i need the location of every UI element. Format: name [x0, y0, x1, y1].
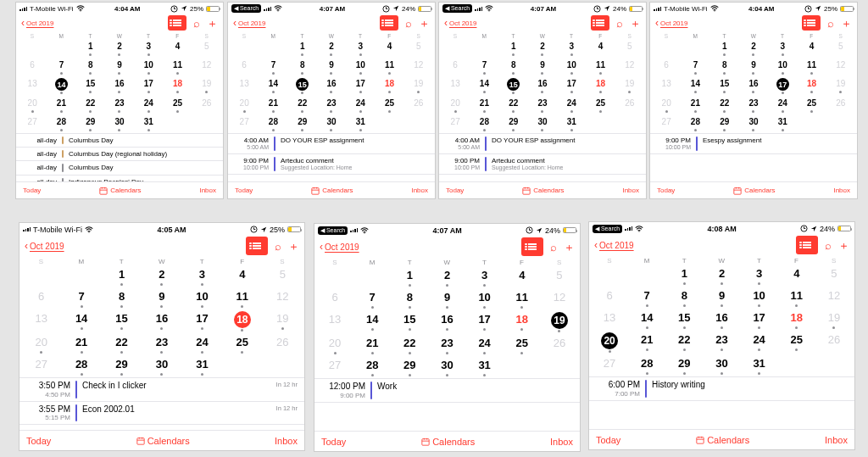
day-number[interactable]: 28 — [57, 116, 66, 128]
day-number[interactable]: 6 — [453, 59, 458, 71]
day-number[interactable]: 10 — [778, 59, 787, 71]
day-number[interactable]: 10 — [196, 289, 208, 304]
day-number[interactable]: 14 — [269, 78, 278, 90]
day-number[interactable]: 4 — [810, 41, 815, 53]
day-number[interactable]: 22 — [298, 98, 307, 109]
day-number[interactable]: 7 — [644, 288, 650, 304]
day-number[interactable]: 16 — [114, 78, 124, 90]
day-number[interactable]: 20 — [662, 98, 671, 109]
day-cell[interactable]: 20 — [18, 98, 47, 113]
day-cell[interactable]: 18 — [163, 78, 192, 94]
day-cell[interactable]: 24 — [557, 98, 586, 113]
day-number[interactable]: 15 — [720, 78, 729, 90]
day-cell[interactable]: 25 — [375, 98, 403, 113]
day-cell[interactable]: 24 — [466, 336, 504, 354]
day-cell[interactable]: 9 — [739, 59, 768, 75]
day-cell[interactable]: 3 — [768, 41, 797, 56]
day-cell[interactable]: 31 — [557, 116, 586, 131]
add-event-button[interactable]: ＋ — [630, 18, 641, 29]
day-cell[interactable]: 6 — [21, 289, 61, 308]
day-cell[interactable]: 10 — [346, 59, 375, 75]
day-cell[interactable]: 16 — [428, 312, 465, 332]
day-cell[interactable]: 3 — [466, 268, 504, 287]
day-cell[interactable]: 3 — [557, 41, 586, 56]
day-number[interactable]: 22 — [720, 98, 729, 109]
day-number[interactable]: 28 — [75, 357, 87, 372]
day-cell[interactable]: 12 — [815, 288, 853, 307]
day-cell[interactable]: 27 — [591, 356, 628, 375]
back-button[interactable]: ‹Oct 2019 — [594, 240, 634, 250]
day-number[interactable]: 31 — [144, 116, 153, 128]
day-cell[interactable]: 21 — [47, 98, 75, 113]
day-number[interactable]: 5 — [416, 41, 421, 53]
day-cell[interactable]: 28 — [259, 116, 287, 131]
day-number[interactable]: 18 — [807, 78, 816, 90]
day-number[interactable]: 8 — [682, 288, 687, 304]
day-number[interactable]: 28 — [269, 116, 278, 128]
day-cell[interactable]: 29 — [102, 357, 142, 376]
day-number[interactable]: 11 — [236, 289, 248, 304]
day-cell[interactable]: 21 — [681, 98, 709, 113]
day-cell[interactable]: 17 — [346, 78, 375, 94]
day-cell[interactable]: 7 — [61, 289, 101, 308]
day-number[interactable]: 2 — [117, 41, 122, 53]
day-cell[interactable]: 22 — [391, 336, 428, 354]
view-toggle-button[interactable] — [380, 15, 398, 31]
day-cell[interactable]: 30 — [105, 116, 134, 131]
day-cell[interactable]: 17 — [134, 78, 163, 94]
day-cell[interactable]: 1 — [391, 268, 428, 287]
calendars-button[interactable]: Calendars — [696, 435, 749, 445]
day-cell[interactable]: 21 — [628, 332, 665, 353]
day-cell[interactable]: 31 — [134, 116, 163, 131]
day-number[interactable]: 14 — [75, 311, 87, 326]
day-number[interactable]: 12 — [202, 59, 211, 71]
day-number[interactable]: 6 — [38, 289, 44, 304]
day-cell[interactable]: 31 — [466, 358, 504, 376]
day-number[interactable]: 10 — [144, 59, 153, 71]
day-number[interactable]: 13 — [28, 78, 37, 90]
day-number[interactable]: 2 — [751, 41, 756, 53]
day-cell[interactable]: 8 — [391, 290, 428, 309]
day-number[interactable]: 9 — [159, 289, 164, 304]
day-number[interactable]: 30 — [537, 116, 547, 128]
day-cell[interactable]: 12 — [826, 59, 855, 75]
day-number[interactable]: 31 — [196, 357, 208, 372]
event-row[interactable]: all-dayColumbus Day — [16, 134, 223, 148]
day-number[interactable]: 4 — [519, 268, 525, 283]
day-number[interactable]: 28 — [691, 116, 700, 128]
day-cell[interactable] — [815, 356, 853, 375]
day-cell[interactable]: 9 — [703, 288, 740, 307]
day-cell[interactable]: 24 — [134, 98, 163, 113]
day-number[interactable]: 30 — [748, 116, 758, 128]
day-cell[interactable]: 5 — [404, 41, 433, 56]
day-number[interactable]: 5 — [838, 41, 843, 53]
day-number[interactable]: 30 — [326, 116, 336, 128]
day-number[interactable]: 23 — [715, 332, 727, 348]
day-number[interactable]: 10 — [567, 59, 576, 71]
day-number[interactable]: 15 — [678, 310, 690, 326]
back-button[interactable]: ‹Oct 2019 — [444, 18, 476, 28]
day-cell[interactable]: 3 — [182, 267, 222, 286]
day-number[interactable]: 2 — [159, 267, 164, 282]
day-cell[interactable]: 23 — [739, 98, 768, 113]
day-cell[interactable]: 18 — [797, 78, 826, 94]
calendars-button[interactable]: Calendars — [522, 187, 564, 195]
day-number[interactable]: 5 — [627, 41, 632, 53]
day-number[interactable]: 13 — [451, 78, 460, 90]
day-number[interactable]: 9 — [329, 59, 334, 71]
day-cell[interactable]: 20 — [230, 98, 259, 113]
day-number[interactable]: 7 — [482, 59, 487, 71]
day-number[interactable]: 9 — [117, 59, 122, 71]
day-cell[interactable]: 23 — [317, 98, 346, 113]
day-cell[interactable]: 26 — [826, 98, 855, 113]
day-number[interactable]: 3 — [481, 268, 487, 283]
day-cell[interactable] — [192, 116, 221, 131]
day-cell[interactable]: 31 — [346, 116, 375, 131]
day-number[interactable]: 14 — [366, 312, 378, 327]
day-cell[interactable]: 18 — [778, 310, 815, 329]
calendars-button[interactable]: Calendars — [311, 187, 353, 195]
event-row[interactable]: 9:00 PM10:00 PMArteduc commentSuggested … — [439, 154, 646, 175]
day-cell[interactable]: 21 — [353, 336, 391, 354]
search-icon[interactable]: ⌕ — [550, 242, 557, 253]
day-cell[interactable]: 18 — [586, 78, 615, 94]
